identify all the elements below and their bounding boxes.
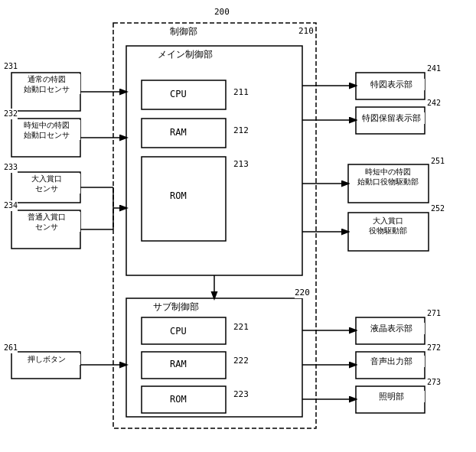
label-233: 大入賞口センサ [13,174,80,193]
label-252: 大入賞口役物駆動部 [350,216,426,236]
label-273-num: 273 [427,377,441,388]
label-ram-sub: RAM [170,358,187,371]
label-234-num: 234 [4,200,18,211]
label-seigyo-bu: 制御部 [170,25,197,38]
label-241: 特図表示部 [357,79,425,90]
label-rom-sub: ROM [170,393,187,406]
diagram: 200 制御部 210 メイン制御部 CPU 211 RAM 212 ROM 2… [0,0,476,452]
label-271: 液晶表示部 [357,323,425,334]
label-261-num: 261 [4,343,18,353]
label-sub-ctrl: サブ制御部 [153,301,199,314]
label-cpu-num: 211 [233,86,249,98]
label-273: 照明部 [357,391,425,402]
label-rom-num: 213 [233,158,249,170]
svg-rect-0 [113,23,316,428]
label-ram-num: 212 [233,125,249,136]
label-cpu-sub: CPU [170,325,187,338]
label-232: 時短中の特図始動口センサ [13,120,80,140]
label-233-num: 233 [4,162,18,173]
label-ram-main: RAM [170,126,187,139]
label-rom-main: ROM [170,190,187,203]
label-261: 押しボタン [13,354,80,365]
label-272-num: 272 [427,343,441,353]
label-sub-ram-num: 222 [233,355,249,366]
svg-rect-1 [126,46,302,275]
svg-rect-2 [126,298,302,417]
label-seigyo-num: 210 [298,25,314,37]
label-232-num: 232 [4,109,18,119]
label-242: 特図保留表示部 [357,112,425,124]
label-200: 200 [214,6,230,18]
label-241-num: 241 [427,63,441,74]
label-231-num: 231 [4,61,18,72]
label-251: 時短中の特図始動口役物駆動部 [350,167,426,187]
label-231: 通常の特図始動口センサ [13,74,80,94]
label-271-num: 271 [427,308,441,319]
label-242-num: 242 [427,98,441,109]
label-234: 普通入賞口センサ [13,212,80,232]
label-sub-cpu-num: 221 [233,321,249,333]
label-sub-num: 220 [295,287,310,298]
label-main-ctrl: メイン制御部 [158,48,213,61]
label-sub-rom-num: 223 [233,389,249,400]
label-252-num: 252 [431,203,445,214]
label-cpu-main: CPU [170,88,187,101]
label-272: 音声出力部 [357,356,425,367]
label-251-num: 251 [431,156,445,167]
